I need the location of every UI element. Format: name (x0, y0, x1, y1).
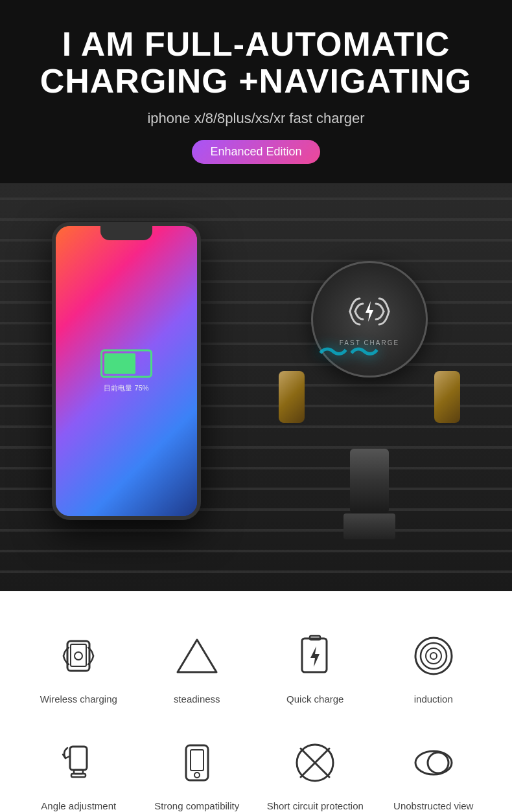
quick-charge-icon (289, 630, 341, 682)
feature-steadiness: steadiness (138, 617, 257, 711)
svg-rect-12 (70, 747, 87, 770)
wireless-charging-label: Wireless charging (40, 694, 117, 705)
svg-point-9 (421, 643, 447, 669)
short-circuit-protection-icon (289, 737, 341, 789)
feature-induction: induction (375, 617, 493, 711)
charger-mount: FAST CHARGE 〜〜 (279, 229, 460, 539)
mount-arm-right (434, 371, 460, 423)
angle-adjustment-label: Angle adjustment (41, 800, 116, 811)
feature-wireless-charging: Wireless charging (19, 617, 138, 711)
charging-waves-icon (343, 292, 395, 335)
features-section: Wireless charging steadiness Quick charg… (0, 591, 512, 812)
feature-unobstructed-view: Unobstructed view (375, 724, 493, 812)
phone-screen: 目前电量 75% (56, 226, 197, 516)
strong-compatibility-icon (171, 737, 223, 789)
strong-compatibility-label: Strong compatibility (154, 800, 239, 811)
product-image-container: 目前电量 75% (0, 183, 512, 591)
short-circuit-protection-label: Short circuit protection (267, 800, 364, 811)
phone-battery-indicator: 目前电量 75% (100, 350, 152, 393)
svg-marker-4 (178, 640, 216, 672)
svg-rect-2 (71, 644, 86, 666)
feature-strong-compatibility: Strong compatibility (138, 724, 257, 812)
mount-clip (343, 513, 395, 539)
electric-sparks: 〜〜 (318, 332, 380, 374)
product-section: 目前电量 75% (0, 183, 512, 591)
phone-mockup: 目前电量 75% (52, 222, 201, 520)
induction-label: induction (414, 694, 453, 705)
steadiness-label: steadiness (174, 694, 220, 705)
induction-icon (408, 630, 460, 682)
svg-point-3 (75, 652, 82, 660)
svg-marker-7 (310, 646, 320, 667)
unobstructed-view-label: Unobstructed view (393, 800, 473, 811)
row-gap (19, 711, 493, 724)
svg-marker-0 (366, 301, 373, 322)
angle-adjustment-icon (52, 737, 104, 789)
battery-text: 目前电量 75% (100, 383, 152, 393)
svg-rect-14 (71, 774, 86, 777)
steadiness-icon (171, 630, 223, 682)
wireless-charging-icon (52, 630, 104, 682)
feature-angle-adjustment: Angle adjustment (19, 724, 138, 812)
subtitle: iphone x/8/8plus/xs/xr fast charger (39, 110, 473, 127)
svg-rect-15 (186, 745, 208, 780)
mount-arm-left (279, 371, 305, 423)
svg-rect-16 (191, 750, 204, 771)
features-grid: Wireless charging steadiness Quick charg… (19, 617, 493, 812)
feature-short-circuit-protection: Short circuit protection (256, 724, 375, 812)
svg-point-17 (194, 773, 200, 778)
header-section: I AM FULL-AUTOMATIC CHARGING +NAVIGATING… (0, 0, 512, 183)
feature-quick-charge: Quick charge (256, 617, 375, 711)
phone-notch (100, 226, 152, 240)
battery-icon (100, 350, 152, 378)
enhanced-edition-badge: Enhanced Edition (192, 140, 320, 164)
mount-base (350, 449, 389, 513)
unobstructed-view-icon (408, 737, 460, 789)
battery-fill (104, 354, 135, 374)
svg-point-10 (426, 648, 441, 664)
svg-point-11 (430, 653, 437, 659)
main-title: I AM FULL-AUTOMATIC CHARGING +NAVIGATING (39, 26, 473, 100)
quick-charge-label: Quick charge (286, 694, 343, 705)
svg-point-22 (428, 752, 448, 773)
